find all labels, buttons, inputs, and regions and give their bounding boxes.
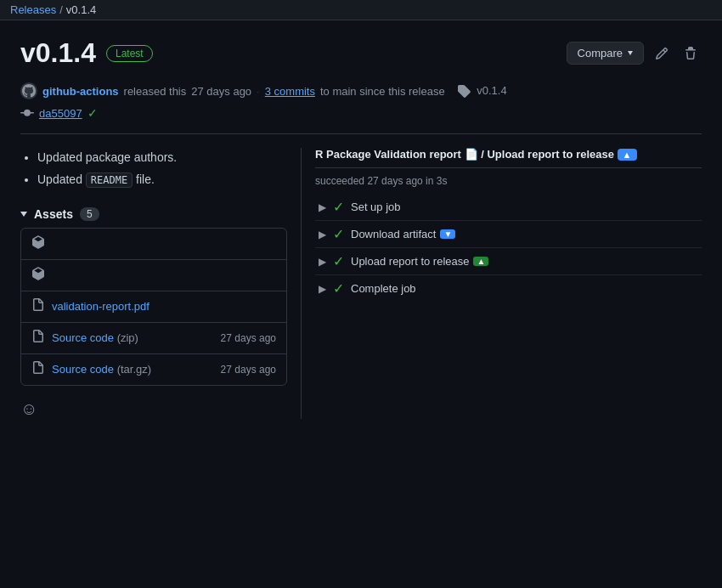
verified-icon: ✓ bbox=[87, 106, 98, 120]
step-success-icon-2: ✓ bbox=[333, 226, 344, 242]
step-success-icon-4: ✓ bbox=[333, 280, 344, 297]
step-name-1: Set up job bbox=[351, 201, 401, 213]
delete-button[interactable] bbox=[680, 42, 702, 65]
step-success-icon-1: ✓ bbox=[333, 199, 344, 215]
asset-item-zip-left: Source code (zip) bbox=[31, 330, 138, 347]
step-name-4: Complete job bbox=[351, 282, 416, 295]
pdf-asset-link[interactable]: validation-report.pdf bbox=[52, 300, 149, 313]
step-label-1: Set up job bbox=[351, 201, 401, 213]
commits-suffix: to main since this release bbox=[320, 85, 445, 98]
breadcrumb-current: v0.1.4 bbox=[66, 3, 96, 16]
commit-icon bbox=[20, 106, 34, 120]
ci-step-setup[interactable]: ▶ ✓ Set up job bbox=[315, 194, 702, 221]
ci-job-name: Upload report to release bbox=[487, 148, 614, 161]
tag-name: v0.1.4 bbox=[477, 84, 506, 97]
asset-item-2 bbox=[21, 260, 286, 291]
targz-icon bbox=[31, 361, 45, 378]
step-badge-2: ▼ bbox=[440, 229, 455, 239]
releases-link[interactable]: Releases bbox=[10, 3, 56, 16]
release-note-item-2: Updated README file. bbox=[37, 170, 287, 190]
ci-title-text: R Package Validation report 📄 / Upload r… bbox=[315, 148, 637, 161]
targz-format: (tar.gz) bbox=[117, 363, 151, 376]
latest-badge: Latest bbox=[106, 45, 153, 62]
main-content: v0.1.4 Latest Compare bbox=[0, 20, 722, 436]
step-chevron-icon-1: ▶ bbox=[319, 201, 326, 213]
box-icon-2 bbox=[31, 267, 45, 280]
step-chevron-icon-4: ▶ bbox=[319, 283, 326, 295]
targz-source-label: Source code bbox=[52, 363, 114, 376]
release-time: 27 days ago bbox=[191, 85, 251, 98]
author-avatar bbox=[20, 82, 37, 99]
release-meta: github-actions released this 27 days ago… bbox=[20, 82, 702, 99]
step-label-3: Upload report to release bbox=[351, 255, 469, 268]
ci-doc-icon: 📄 bbox=[465, 148, 478, 161]
breadcrumb-separator: / bbox=[59, 3, 63, 16]
step-name-2: Download artifact ▼ bbox=[351, 228, 455, 240]
release-notes: Updated package authors. Updated README … bbox=[20, 148, 287, 190]
ci-workflow-name: R Package Validation report bbox=[315, 148, 461, 161]
ci-upload-badge: ▲ bbox=[618, 149, 637, 161]
ci-panel: R Package Validation report 📄 / Upload r… bbox=[301, 148, 702, 419]
file-pdf-icon bbox=[31, 298, 45, 312]
file-zip-icon bbox=[31, 330, 45, 343]
release-note-item-1: Updated package authors. bbox=[37, 148, 287, 168]
zip-time: 27 days ago bbox=[221, 332, 276, 344]
asset-item-2-left bbox=[31, 267, 45, 284]
asset-item-zip: Source code (zip) 27 days ago bbox=[21, 323, 286, 354]
release-header: v0.1.4 Latest Compare bbox=[20, 37, 702, 69]
github-avatar-icon bbox=[22, 84, 36, 98]
commit-hash-row: da55097 ✓ bbox=[20, 106, 702, 120]
zip-icon bbox=[31, 330, 45, 347]
targz-asset-link[interactable]: Source code (tar.gz) bbox=[52, 363, 151, 376]
assets-label: Assets bbox=[34, 207, 73, 221]
assets-header[interactable]: Assets 5 bbox=[20, 207, 287, 221]
tag-icon bbox=[457, 84, 471, 98]
trash-icon bbox=[684, 47, 697, 60]
readme-code: README bbox=[86, 172, 133, 188]
commits-link[interactable]: 3 commits bbox=[265, 85, 315, 98]
file-targz-icon bbox=[31, 361, 45, 375]
left-column: Updated package authors. Updated README … bbox=[20, 148, 301, 419]
package-icon-2 bbox=[31, 267, 45, 284]
two-col-layout: Updated package authors. Updated README … bbox=[20, 148, 702, 419]
ci-step-download[interactable]: ▶ ✓ Download artifact ▼ bbox=[315, 221, 702, 248]
step-label-2: Download artifact bbox=[351, 228, 436, 240]
ci-header: R Package Validation report 📄 / Upload r… bbox=[315, 148, 702, 168]
edit-button[interactable] bbox=[651, 42, 673, 65]
asset-item-1 bbox=[21, 229, 286, 260]
release-actions: Compare bbox=[567, 42, 702, 65]
pencil-icon bbox=[655, 47, 668, 60]
commit-hash-link[interactable]: da55097 bbox=[39, 107, 82, 120]
asset-item-targz: Source code (tar.gz) 27 days ago bbox=[21, 354, 286, 385]
zip-asset-link[interactable]: Source code (zip) bbox=[52, 331, 138, 344]
breadcrumb: Releases / v0.1.4 bbox=[0, 0, 722, 20]
step-label-4: Complete job bbox=[351, 282, 416, 295]
released-text: released this bbox=[124, 85, 187, 98]
assets-count: 5 bbox=[80, 207, 99, 221]
tag-area: v0.1.4 bbox=[457, 84, 507, 99]
release-title-area: v0.1.4 Latest bbox=[20, 37, 153, 69]
ci-steps-list: ▶ ✓ Set up job ▶ ✓ Download artifact ▼ bbox=[315, 194, 702, 302]
step-chevron-icon-3: ▶ bbox=[319, 256, 326, 268]
file-icon bbox=[31, 298, 45, 315]
asset-item-pdf: validation-report.pdf bbox=[21, 291, 286, 323]
asset-item-targz-left: Source code (tar.gz) bbox=[31, 361, 151, 378]
ci-step-upload[interactable]: ▶ ✓ Upload report to release ▲ bbox=[315, 248, 702, 275]
compare-label: Compare bbox=[578, 47, 623, 59]
assets-list: validation-report.pdf Source code (z bbox=[20, 228, 287, 386]
content-divider bbox=[20, 133, 702, 134]
zip-source-label: Source code bbox=[52, 331, 114, 344]
ci-step-complete[interactable]: ▶ ✓ Complete job bbox=[315, 275, 702, 302]
meta-separator: · bbox=[257, 85, 260, 98]
package-icon-1 bbox=[31, 235, 45, 252]
step-chevron-icon-2: ▶ bbox=[319, 229, 326, 240]
reaction-button[interactable]: ☺ bbox=[20, 399, 287, 419]
author-name[interactable]: github-actions bbox=[42, 85, 119, 98]
assets-chevron-icon bbox=[20, 212, 27, 217]
release-notes-list: Updated package authors. Updated README … bbox=[20, 148, 287, 190]
asset-item-pdf-left: validation-report.pdf bbox=[31, 298, 149, 315]
box-icon bbox=[31, 235, 45, 249]
compare-chevron-icon bbox=[628, 51, 633, 55]
compare-button[interactable]: Compare bbox=[567, 42, 644, 65]
zip-format: (zip) bbox=[117, 331, 138, 344]
